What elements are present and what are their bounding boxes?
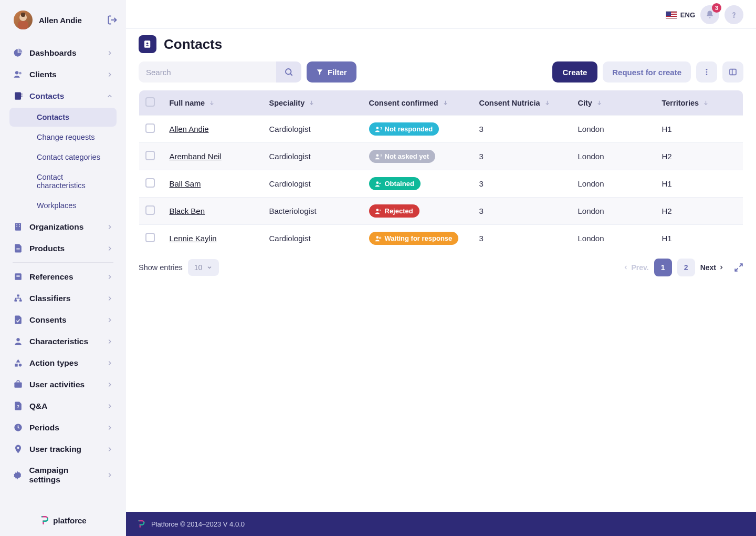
contact-name-link[interactable]: Black Ben [170, 207, 205, 215]
create-button[interactable]: Create [552, 61, 598, 83]
sidebar-item-contacts[interactable]: Contacts [5, 85, 121, 107]
briefcase-icon [13, 379, 23, 389]
sidebar-item-label: Q&A [29, 401, 47, 411]
avatar[interactable] [14, 11, 33, 29]
sidebar-item-organizations[interactable]: Organizations [5, 216, 121, 238]
consent-label: Obtained [385, 180, 414, 188]
page-size-select[interactable]: 10 [188, 259, 219, 276]
sidebar-item-user-activities[interactable]: User activities [5, 374, 121, 395]
svg-rect-10 [16, 224, 17, 225]
users-icon [13, 69, 23, 79]
sidebar-item-characteristics[interactable]: Characteristics [5, 331, 121, 352]
consent-badge: ?Not responded [369, 122, 439, 136]
toolbar: Filter Create Request for create [126, 58, 756, 90]
sidebar-item-action-types[interactable]: Action types [5, 352, 121, 374]
logout-icon[interactable] [107, 15, 118, 25]
filter-button[interactable]: Filter [307, 61, 356, 83]
sidebar-item-classifiers[interactable]: Classifiers [5, 287, 121, 309]
contact-name-link[interactable]: Allen Andie [170, 125, 209, 133]
sidebar-sub-item-contacts[interactable]: Contacts [9, 108, 117, 127]
search-button[interactable] [276, 61, 301, 83]
svg-rect-18 [16, 276, 19, 277]
column-label: Full name [170, 99, 205, 107]
column-header-city[interactable]: City [572, 90, 656, 116]
column-header-speciality[interactable]: Speciality [263, 90, 363, 116]
column-header-consent-nutricia[interactable]: Consent Nutricia [473, 90, 572, 116]
page-1-button[interactable]: 1 [654, 259, 672, 276]
column-header-full-name[interactable]: Full name [163, 90, 263, 116]
sidebar-item-products[interactable]: Products [5, 238, 121, 259]
help-button[interactable] [724, 5, 743, 24]
column-header-territories[interactable]: Territories [656, 90, 743, 116]
consent-label: Waiting for response [385, 234, 453, 242]
city-cell: London [572, 143, 656, 170]
svg-rect-15 [16, 250, 19, 250]
shapes-icon [13, 358, 23, 368]
sidebar-item-label: Clients [29, 70, 57, 79]
consent-badge: ?Not asked yet [369, 150, 436, 163]
main: ENG 3 Contacts [126, 0, 756, 536]
consent-icon [374, 208, 382, 215]
user-row: Allen Andie [0, 0, 126, 38]
prev-label: Prev. [631, 263, 648, 272]
sidebar-sub-item-change-requests[interactable]: Change requests [9, 128, 117, 147]
topbar: ENG 3 [126, 0, 756, 29]
sidebar-item-dashboards[interactable]: Dashboards [5, 42, 121, 64]
sidebar-item-label: Dashboards [29, 48, 77, 58]
sort-down-icon [596, 100, 602, 106]
contact-name-link[interactable]: Aremband Neil [170, 152, 222, 161]
sidebar-item-references[interactable]: References [5, 266, 121, 287]
sidebar-item-clients[interactable]: Clients [5, 64, 121, 85]
column-label: City [578, 99, 592, 107]
row-checkbox[interactable] [145, 205, 155, 215]
notification-badge: 3 [712, 3, 721, 13]
sort-down-icon [309, 100, 314, 106]
svg-rect-14 [16, 249, 19, 249]
svg-rect-13 [19, 226, 20, 227]
nutricia-cell: 3 [473, 170, 572, 198]
request-create-button[interactable]: Request for create [603, 61, 691, 83]
sidebar-sub-item-workplaces[interactable]: Workplaces [9, 196, 117, 215]
chevron-right-icon [106, 338, 113, 345]
chevron-right-icon [106, 223, 113, 231]
consent-label: Not asked yet [385, 152, 429, 160]
notifications-button[interactable]: 3 [700, 5, 719, 24]
select-all-checkbox[interactable] [145, 97, 155, 107]
sidebar-sub-item-contact-categories[interactable]: Contact categories [9, 148, 117, 167]
page-head: Contacts [126, 29, 756, 58]
language-selector[interactable]: ENG [666, 11, 695, 19]
speciality-cell: Cardiologist [263, 143, 363, 170]
next-button[interactable]: Next [700, 259, 724, 276]
contact-name-link[interactable]: Ball Sam [170, 179, 201, 188]
show-entries-label: Show entries [139, 263, 183, 272]
prev-button[interactable]: Prev. [623, 259, 648, 276]
file-icon [13, 243, 23, 253]
consent-icon: ? [374, 126, 382, 133]
contact-name-link[interactable]: Lennie Kaylin [170, 234, 217, 243]
row-checkbox[interactable] [145, 178, 155, 188]
columns-button[interactable] [722, 61, 743, 83]
page-2-button[interactable]: 2 [677, 259, 695, 276]
row-checkbox[interactable] [145, 151, 155, 160]
more-actions-button[interactable] [696, 61, 717, 83]
expand-icon[interactable] [734, 263, 743, 272]
sidebar-item-periods[interactable]: Periods [5, 417, 121, 438]
nav: DashboardsClientsContactsContactsChange … [0, 38, 126, 507]
sidebar-item-consents[interactable]: Consents [5, 309, 121, 331]
sidebar-item-user-tracking[interactable]: User tracking [5, 438, 121, 460]
speciality-cell: Cardiologist [263, 116, 363, 143]
svg-rect-39 [730, 69, 736, 75]
sidebar-sub-item-contact-characteristics[interactable]: Contact characteristics [9, 168, 117, 195]
sidebar-item-q&a[interactable]: ?Q&A [5, 395, 121, 417]
brand-text: platforce [53, 516, 86, 525]
consent-badge: Rejected [369, 204, 419, 218]
city-cell: London [572, 170, 656, 198]
row-checkbox[interactable] [145, 123, 155, 133]
sidebar-item-campaign-settings[interactable]: Campaign settings [5, 460, 121, 490]
column-header-consent-confirmed[interactable]: Consent confirmed [363, 90, 473, 116]
search-input[interactable] [139, 61, 276, 83]
table-row: Allen AndieCardiologist?Not responded3Lo… [139, 116, 743, 143]
svg-point-33 [146, 43, 149, 45]
row-checkbox[interactable] [145, 233, 155, 242]
building-icon [13, 222, 23, 232]
